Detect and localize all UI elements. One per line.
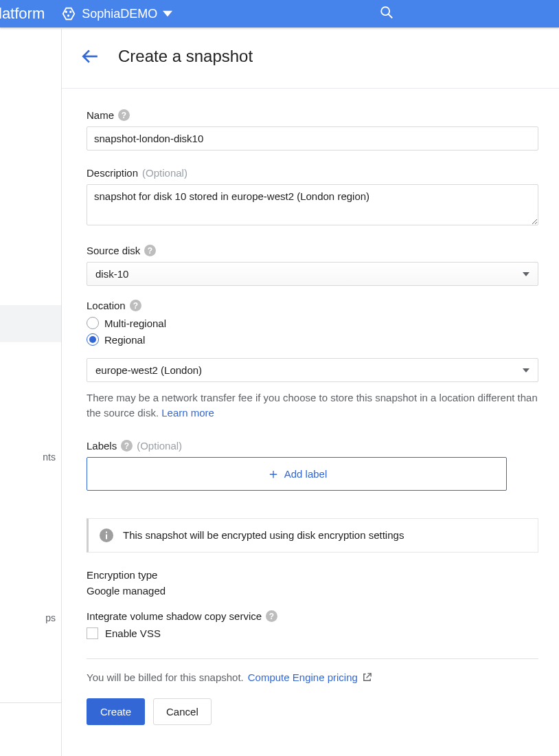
svg-text:?: ?: [148, 246, 152, 256]
radio-regional-label: Regional: [104, 334, 145, 346]
field-location: Location ? Multi-regional Regional europ…: [87, 300, 538, 421]
project-name: SophiaDEMO: [82, 7, 157, 21]
pricing-link[interactable]: Compute Engine pricing: [248, 671, 358, 683]
plus-icon: ＋: [266, 465, 280, 483]
description-input[interactable]: snapshot for disk 10 stored in europe-we…: [87, 184, 538, 225]
sidebar-item-ps[interactable]: ps: [0, 602, 61, 634]
labels-optional: (Optional): [137, 440, 182, 452]
chevron-down-icon: [523, 272, 529, 276]
region-value: europe-west2 (London): [95, 364, 202, 376]
encryption-banner: This snapshot will be encrypted using di…: [87, 518, 538, 553]
platform-label: latform: [0, 5, 45, 23]
sidebar: nts ps: [0, 27, 62, 756]
create-button[interactable]: Create: [87, 698, 145, 725]
field-description: Description (Optional) snapshot for disk…: [87, 167, 538, 228]
enable-vss-checkbox[interactable]: Enable VSS: [87, 627, 538, 639]
svg-text:?: ?: [124, 441, 129, 450]
name-label: Name: [87, 109, 114, 121]
form: Name ? Description (Optional) snapshot f…: [62, 89, 538, 725]
sidebar-item-nts[interactable]: nts: [0, 441, 61, 473]
billing-text: You will be billed for this snapshot. Co…: [87, 671, 538, 683]
vss-title: Integrate volume shadow copy service: [87, 610, 262, 622]
svg-text:?: ?: [133, 301, 138, 311]
svg-rect-16: [106, 534, 107, 539]
labels-label: Labels: [87, 440, 117, 452]
svg-line-20: [366, 673, 371, 678]
help-icon[interactable]: ?: [121, 440, 133, 452]
field-source-disk: Source disk ? disk-10: [87, 245, 538, 286]
field-labels: Labels ? (Optional) ＋ Add label: [87, 440, 538, 491]
project-selector[interactable]: SophiaDEMO: [61, 6, 172, 21]
external-link-icon: [362, 672, 372, 682]
chevron-down-icon: [163, 9, 172, 19]
svg-text:?: ?: [122, 111, 126, 120]
action-buttons: Create Cancel: [87, 698, 538, 725]
radio-multiregional-label: Multi-regional: [104, 318, 166, 329]
checkbox-icon: [87, 627, 98, 639]
search-button[interactable]: [379, 5, 559, 23]
sidebar-item-active[interactable]: [0, 305, 61, 342]
learn-more-link[interactable]: Learn more: [161, 407, 214, 419]
encryption-type-value: Google managed: [87, 585, 538, 597]
source-disk-label: Source disk: [87, 245, 140, 256]
chevron-down-icon: [523, 368, 529, 373]
description-optional: (Optional): [142, 167, 187, 179]
page-title: Create a snapshot: [118, 47, 253, 66]
description-label: Description: [87, 167, 138, 179]
cancel-button[interactable]: Cancel: [153, 698, 212, 725]
help-icon[interactable]: ?: [130, 300, 141, 311]
encryption-type-title: Encryption type: [87, 569, 538, 581]
source-disk-value: disk-10: [95, 268, 128, 280]
field-name: Name ?: [87, 109, 538, 151]
encryption-block: Encryption type Google managed: [87, 569, 538, 597]
svg-marker-0: [63, 8, 75, 20]
search-icon: [379, 5, 394, 20]
add-label-button[interactable]: ＋ Add label: [87, 457, 507, 491]
page-header: Create a snapshot: [62, 27, 559, 89]
svg-point-1: [65, 11, 67, 13]
svg-rect-17: [106, 531, 107, 533]
svg-point-4: [381, 7, 389, 15]
source-disk-select[interactable]: disk-10: [87, 262, 538, 286]
svg-text:?: ?: [269, 611, 274, 621]
back-arrow-icon[interactable]: [81, 47, 99, 65]
radio-multiregional[interactable]: Multi-regional: [87, 317, 538, 329]
hexagon-icon: [61, 6, 76, 21]
svg-point-2: [69, 11, 71, 13]
add-label-text: Add label: [284, 468, 328, 480]
divider: [87, 658, 538, 659]
enable-vss-label: Enable VSS: [105, 627, 161, 639]
vss-block: Integrate volume shadow copy service ? E…: [87, 610, 538, 639]
help-icon[interactable]: ?: [266, 610, 277, 622]
svg-line-5: [389, 14, 393, 19]
top-bar: latform SophiaDEMO: [0, 0, 559, 27]
location-fee-text: There may be a network transfer fee if y…: [87, 390, 538, 421]
radio-icon-selected: [87, 333, 99, 346]
encryption-banner-text: This snapshot will be encrypted using di…: [123, 529, 404, 541]
radio-regional[interactable]: Regional: [87, 333, 538, 346]
help-icon[interactable]: ?: [118, 109, 130, 121]
info-icon: [100, 529, 113, 542]
location-label: Location: [87, 300, 126, 311]
radio-icon: [87, 317, 99, 329]
name-input[interactable]: [87, 126, 538, 151]
svg-point-3: [67, 14, 69, 16]
main-content: Create a snapshot Name ? Description (Op…: [62, 27, 559, 756]
region-select[interactable]: europe-west2 (London): [87, 358, 538, 382]
help-icon[interactable]: ?: [144, 245, 156, 256]
